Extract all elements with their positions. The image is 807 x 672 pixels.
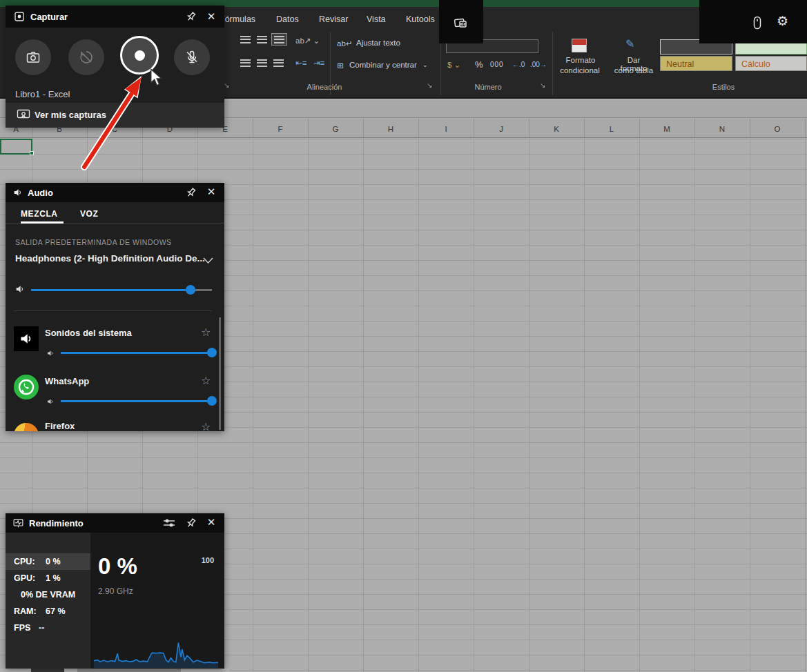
- capture-widget-title: Capturar: [30, 12, 68, 22]
- column-header[interactable]: H: [363, 119, 418, 138]
- stat-cpu[interactable]: CPU:0 %: [6, 553, 90, 570]
- settings-gear-icon[interactable]: ⚙: [777, 13, 793, 30]
- fuente-launcher[interactable]: ↘: [224, 81, 229, 89]
- scrollbar[interactable]: [219, 317, 221, 430]
- active-tab-underline: [21, 221, 64, 224]
- performance-stats-list: CPU:0 % GPU:1 % 0% DE VRAM RAM:67 % FPS-…: [6, 533, 90, 669]
- slider-thumb[interactable]: [207, 396, 217, 406]
- align-center-icon[interactable]: [257, 59, 267, 67]
- excel-tab-datos[interactable]: Datos: [276, 12, 299, 27]
- audio-widget-title: Audio: [28, 188, 53, 198]
- percent-icon[interactable]: %: [475, 59, 483, 70]
- widget-menu-icon[interactable]: [453, 14, 469, 31]
- system-sounds-icon: [14, 326, 39, 351]
- slider-thumb[interactable]: [186, 285, 195, 295]
- format-as-table-label-2[interactable]: como tabla: [607, 66, 660, 75]
- column-header[interactable]: J: [474, 119, 529, 138]
- tab-voz[interactable]: VOZ: [80, 209, 98, 219]
- alineacion-launcher[interactable]: ↘: [427, 81, 432, 89]
- decrease-indent-icon[interactable]: ⇤≡: [295, 58, 307, 68]
- excel-tab-formulas[interactable]: Fórmulas: [220, 12, 255, 27]
- cpu-usage-graph: [94, 632, 218, 668]
- pin-icon[interactable]: [185, 517, 197, 529]
- system-sounds-volume-slider[interactable]: [61, 348, 212, 357]
- capture-widget-header[interactable]: Capturar ✕: [6, 6, 224, 28]
- close-icon[interactable]: ✕: [204, 10, 218, 23]
- fill-handle[interactable]: [30, 151, 34, 155]
- divider: [14, 310, 212, 311]
- orientation-icon[interactable]: ab↗ ⌄: [295, 36, 320, 46]
- wrap-text-icon: ab↵: [337, 39, 352, 48]
- align-bottom-icon[interactable]: [271, 33, 287, 46]
- column-header[interactable]: N: [694, 119, 750, 138]
- column-header[interactable]: G: [308, 119, 363, 138]
- view-captures-button[interactable]: Ver mis capturas: [6, 103, 224, 128]
- favorite-star-icon[interactable]: ☆: [201, 326, 211, 339]
- align-left-icon[interactable]: [240, 59, 251, 67]
- increase-decimal-icon[interactable]: ←.0: [512, 61, 525, 68]
- favorite-star-icon[interactable]: ☆: [201, 420, 211, 431]
- app-volume-icon: [46, 349, 55, 357]
- increase-indent-icon[interactable]: ⇥≡: [313, 58, 324, 68]
- numero-launcher[interactable]: ↘: [540, 81, 545, 89]
- start-recording-button[interactable]: [120, 36, 159, 75]
- whatsapp-volume-slider[interactable]: [61, 396, 212, 406]
- tab-mezcla[interactable]: MEZCLA: [21, 209, 58, 219]
- stat-fps[interactable]: FPS--: [6, 620, 90, 636]
- audio-widget: Audio ✕ MEZCLA VOZ SALIDA PREDETERMINADA…: [6, 183, 224, 431]
- stat-ram[interactable]: RAM:67 %: [6, 603, 90, 620]
- excel-tab-revisar[interactable]: Revisar: [319, 12, 348, 27]
- performance-widget-title: Rendimiento: [29, 518, 84, 528]
- close-icon[interactable]: ✕: [204, 516, 218, 528]
- merge-center-label[interactable]: Combinar y centrar: [349, 61, 417, 69]
- align-right-icon[interactable]: [273, 59, 284, 67]
- style-cell-neutral[interactable]: Neutral: [660, 56, 732, 71]
- merge-chevron-icon[interactable]: ⌄: [422, 61, 428, 68]
- stat-gpu[interactable]: GPU:1 %: [6, 570, 90, 586]
- column-header[interactable]: F: [253, 119, 308, 138]
- wrap-text-label[interactable]: Ajustar texto: [356, 39, 400, 47]
- audio-header-icon: [12, 187, 29, 204]
- screenshot-button[interactable]: [15, 39, 51, 75]
- performance-widget: Rendimiento ✕ CPU:0 % GPU:1 % 0: [6, 513, 224, 669]
- output-device-select[interactable]: Headphones (2- High Definition Audio De.…: [15, 253, 200, 264]
- column-header[interactable]: O: [750, 119, 805, 138]
- excel-tab-kutools[interactable]: Kutools: [406, 12, 435, 27]
- format-as-table-icon: ✎: [625, 37, 634, 50]
- group-label-numero: Número: [454, 83, 523, 91]
- decrease-decimal-icon[interactable]: .00→: [530, 61, 547, 68]
- mouse-icon[interactable]: [749, 14, 766, 31]
- master-volume-slider[interactable]: [31, 285, 212, 295]
- microphone-toggle-button[interactable]: [174, 39, 210, 75]
- align-middle-icon[interactable]: [257, 36, 267, 43]
- whatsapp-icon: [14, 375, 39, 399]
- record-last-button[interactable]: [68, 39, 104, 75]
- column-header[interactable]: K: [529, 119, 584, 138]
- style-cell-calculo[interactable]: Cálculo: [735, 56, 807, 71]
- audio-widget-header[interactable]: Audio ✕: [6, 183, 224, 202]
- performance-widget-header[interactable]: Rendimiento ✕: [6, 513, 224, 533]
- options-sliders-icon[interactable]: [163, 517, 179, 534]
- pin-icon[interactable]: [185, 186, 197, 199]
- column-header[interactable]: L: [584, 119, 639, 138]
- column-header[interactable]: I: [418, 119, 474, 138]
- gallery-icon: [17, 109, 33, 126]
- selected-cell-a1[interactable]: [0, 139, 32, 155]
- align-top-icon[interactable]: [240, 36, 251, 43]
- chevron-down-icon[interactable]: [203, 257, 213, 264]
- conditional-format-label-1[interactable]: Formato: [561, 56, 601, 64]
- capture-logo-icon: [14, 11, 30, 28]
- excel-tab-vista[interactable]: Vista: [367, 12, 386, 27]
- slider-thumb[interactable]: [207, 348, 217, 357]
- accounting-format-icon[interactable]: $ ⌄: [447, 60, 460, 70]
- master-volume-icon: [14, 284, 26, 295]
- close-icon[interactable]: ✕: [204, 186, 218, 198]
- favorite-star-icon[interactable]: ☆: [201, 374, 211, 387]
- thousands-icon[interactable]: 000: [490, 61, 504, 68]
- capture-window-name: Libro1 - Excel: [15, 89, 70, 99]
- pin-icon[interactable]: [185, 10, 197, 23]
- graph-ymin: 0: [186, 668, 207, 669]
- stat-vram[interactable]: 0% DE VRAM: [6, 586, 90, 603]
- conditional-format-label-2[interactable]: condicional: [552, 66, 607, 75]
- column-header[interactable]: M: [639, 119, 694, 138]
